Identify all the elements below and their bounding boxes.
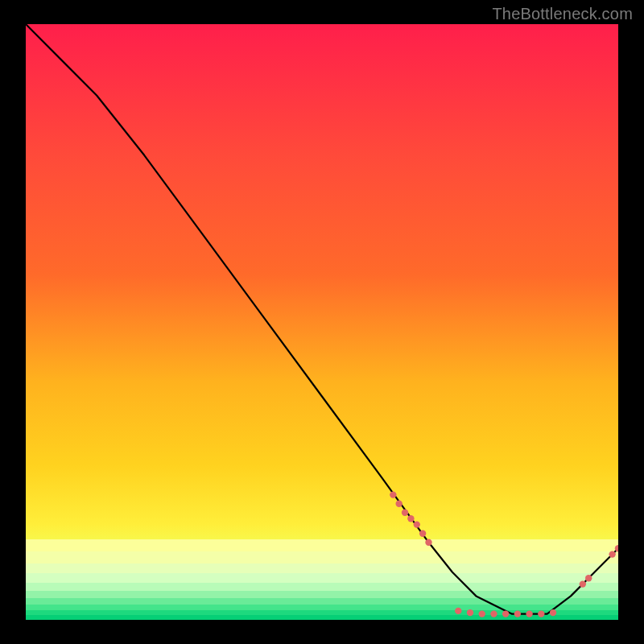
plot-area [26,24,618,620]
line-layer [26,24,618,620]
chart-frame: TheBottleneck.com [0,0,644,644]
watermark-text: TheBottleneck.com [492,5,633,23]
